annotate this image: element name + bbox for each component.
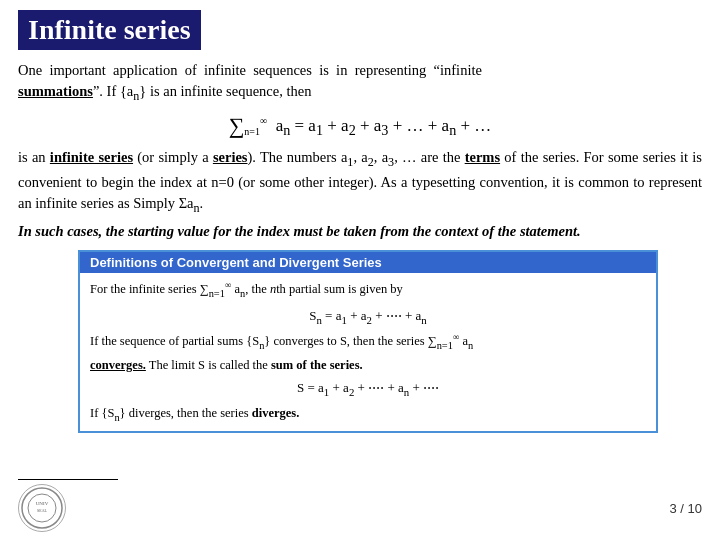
def-formula-1: Sn = a1 + a2 + ⋅⋅⋅⋅ + an xyxy=(90,306,646,328)
def-line-1: For the infinite series ∑n=1∞ an, the nt… xyxy=(90,279,646,301)
svg-text:SEAL: SEAL xyxy=(37,508,48,513)
page-title: Infinite series xyxy=(28,14,191,45)
sigma-sub: n=1 xyxy=(244,126,260,137)
definition-header: Definitions of Convergent and Divergent … xyxy=(80,252,656,273)
definition-box: Definitions of Convergent and Divergent … xyxy=(78,250,658,433)
sum-label: sum of the series. xyxy=(271,358,363,372)
term-terms: terms xyxy=(465,149,500,165)
def-line-3: If {Sn} diverges, then the series diverg… xyxy=(90,404,646,425)
diverges-label: diverges. xyxy=(252,406,300,420)
def-formula-2: S = a1 + a2 + ⋅⋅⋅⋅ + an + ⋅⋅⋅⋅ xyxy=(90,378,646,400)
sigma-symbol: ∑ xyxy=(229,113,245,138)
logo-svg: UNIV SEAL xyxy=(20,486,64,530)
divider-line xyxy=(18,479,118,481)
page-number: 3 / 10 xyxy=(669,501,702,516)
intro-paragraph: One important application of infinite se… xyxy=(18,60,702,105)
body-paragraph-1: is an infinite series (or simply a serie… xyxy=(18,147,702,217)
formula-text: an = a1 + a2 + a3 + … + an + … xyxy=(276,116,492,135)
def-line-2: If the sequence of partial sums {Sn} con… xyxy=(90,331,646,353)
sigma-sup: ∞ xyxy=(260,115,267,126)
intro-line1: One important application of infinite se… xyxy=(18,62,482,78)
main-container: Infinite series One important applicatio… xyxy=(0,0,720,540)
bottom-bar: UNIV SEAL 3 / 10 xyxy=(18,484,702,532)
formula-display: ∑n=1∞ an = a1 + a2 + a3 + … + an + … xyxy=(18,113,702,139)
def-converges-line: converges. The limit S is called the sum… xyxy=(90,356,646,375)
term-infinite-series: infinite series xyxy=(50,149,133,165)
converges-label: converges. xyxy=(90,358,146,372)
term-series: series xyxy=(213,149,248,165)
svg-text:UNIV: UNIV xyxy=(36,501,49,506)
body-paragraph-2: In such cases, the starting value for th… xyxy=(18,221,702,242)
intro-line2: summations”. If {an} is an infinite sequ… xyxy=(18,83,311,99)
definition-body: For the infinite series ∑n=1∞ an, the nt… xyxy=(80,273,656,431)
institution-logo: UNIV SEAL xyxy=(18,484,66,532)
title-box: Infinite series xyxy=(18,10,201,50)
